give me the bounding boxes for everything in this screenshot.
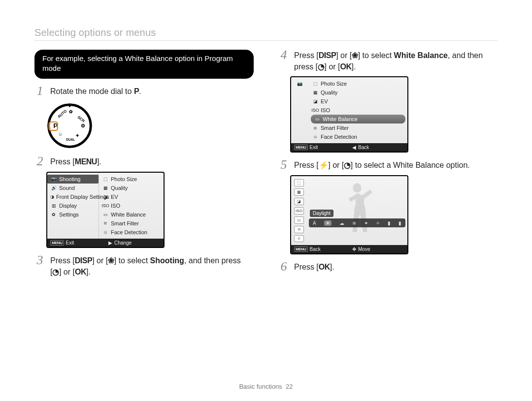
wb-selected-label: Daylight <box>310 210 333 217</box>
mode-p-glyph: P <box>134 87 139 95</box>
wb-side-icon: ISO <box>294 207 304 215</box>
foot-text: Exit <box>310 145 318 150</box>
menu-item-row: ▦Quality <box>309 88 407 97</box>
menu-category-row: ✿Settings <box>47 210 99 219</box>
timer-icon: ◔ <box>344 161 351 169</box>
foot-text: Change <box>114 240 132 246</box>
ok-glyph: OK <box>75 268 86 276</box>
text: . <box>139 87 141 95</box>
camera-icon: 📷 <box>293 79 307 88</box>
step-6: 6 Press [OK]. <box>278 261 498 273</box>
step-number: 5 <box>278 158 289 171</box>
menu-item-row: ☺Face Detection <box>99 228 164 237</box>
t: Press [ <box>50 256 75 265</box>
text: Rotate the mode dial to <box>50 87 134 95</box>
wb-side-icon: ☺ <box>294 235 304 243</box>
lcd-foot-right: ▶ Change <box>105 239 164 247</box>
menu-category-row: ◑Front Display Settings <box>47 192 99 201</box>
header-divider <box>34 40 498 41</box>
menu-tag: MENU <box>50 240 64 246</box>
foot-text: Exit <box>66 240 74 246</box>
lcd-menu-shooting: 📷Shooting🔊Sound◑Front Display Settings▥D… <box>46 172 165 248</box>
svg-text:✦: ✦ <box>75 133 79 138</box>
menu-category-row: 🔊Sound <box>47 184 99 192</box>
bold-target: Shooting <box>150 256 184 265</box>
lcd-foot-right: ◀ Back <box>349 143 407 152</box>
footer-section: Basic functions <box>239 383 282 390</box>
disp-glyph: DISP <box>75 256 92 265</box>
step-number: 6 <box>278 260 289 273</box>
bold-target: White Balance <box>394 51 448 60</box>
footer-page-number: 22 <box>286 383 293 390</box>
t: ] to select a White Balance option. <box>351 161 470 169</box>
menu-item-row: ⧈Smart Filter <box>309 123 407 132</box>
macro-icon: ❀ <box>108 256 114 265</box>
step-2: 2 Press [MENU]. <box>34 156 254 168</box>
t: ] or [ <box>92 256 108 265</box>
menu-item-row: ◪EV <box>99 192 164 201</box>
step-number: 2 <box>34 155 45 168</box>
menu-tag: MENU <box>294 247 308 252</box>
step-number: 4 <box>278 49 289 62</box>
menu-item-row: ▭White Balance <box>99 210 164 219</box>
svg-text:DUAL: DUAL <box>66 137 75 141</box>
text: ]. <box>97 157 101 166</box>
step-text: Press [OK]. <box>294 261 334 273</box>
disp-glyph: DISP <box>319 51 336 60</box>
flash-icon: ⚡ <box>319 161 329 169</box>
t: ] or [ <box>336 51 352 60</box>
t: ]. <box>86 268 91 276</box>
step-text: Press [MENU]. <box>50 156 101 167</box>
step-number: 1 <box>34 85 45 97</box>
ok-glyph: OK <box>340 62 352 71</box>
step-text: Press [DISP] or [❀] to select White Bala… <box>294 50 498 72</box>
step-text: Press [DISP] or [❀] to select Shooting, … <box>50 255 254 278</box>
page-section-title: Selecting options or menus <box>34 27 498 38</box>
timer-icon: ◔ <box>52 268 59 276</box>
macro-icon: ❀ <box>352 51 358 60</box>
foot-text: Back <box>310 247 321 252</box>
menu-glyph: MENU <box>75 157 97 166</box>
example-callout: For example, selecting a White Balance o… <box>34 50 254 79</box>
wb-side-icon: ⬚ <box>294 179 304 186</box>
menu-item-row: ⬚Photo Size <box>99 175 164 184</box>
t: ] or [ <box>328 161 344 169</box>
svg-text:☺: ☺ <box>58 131 63 137</box>
wb-side-icon: ▦ <box>294 188 304 196</box>
t: Press [ <box>294 51 319 60</box>
t: ]. <box>330 263 334 271</box>
foot-text: Back <box>358 145 369 150</box>
menu-item-row: ☺Face Detection <box>309 132 407 141</box>
menu-tag: MENU <box>294 145 308 150</box>
left-column: For example, selecting a White Balance o… <box>34 50 254 280</box>
wb-option-icon: ▮ <box>399 220 401 226</box>
menu-item-row: ISOISO <box>99 201 164 210</box>
lcd-white-balance-select: ⬚▦◪ISO▭⧈☺ Daylight A☀☁≋✦✧▮▮ MENU Back ✥ … <box>290 175 408 254</box>
ok-glyph: OK <box>319 263 330 271</box>
lcd-foot-right: ✥ Move <box>349 245 407 253</box>
foot-text: Move <box>358 247 370 252</box>
menu-item-row: ISOISO <box>309 106 407 115</box>
menu-category-row: ▥Display <box>47 201 99 210</box>
menu-item-row: ◪EV <box>309 97 407 106</box>
mode-dial-illustration: P AUTO ✿ SCN ⚙ ✦ DUAL ☺ <box>46 102 254 151</box>
wb-side-icon: ▭ <box>294 216 304 224</box>
text: Press [ <box>50 157 75 166</box>
right-column: 4 Press [DISP] or [❀] to select White Ba… <box>278 50 498 280</box>
wb-side-icon: ⧈ <box>294 226 304 233</box>
wb-option-icon: ✧ <box>376 220 380 226</box>
t: ] or [ <box>325 62 340 71</box>
arrow-icon: ◀ <box>352 145 356 150</box>
svg-text:⚙: ⚙ <box>81 123 85 128</box>
wb-option-icon: ☀ <box>324 220 332 226</box>
menu-item-row-selected: ▭White Balance <box>311 115 405 123</box>
timer-icon: ◔ <box>318 62 325 71</box>
lcd-foot-left: MENU Back <box>291 245 349 253</box>
t: Press [ <box>294 161 319 169</box>
step-1: 1 Rotate the mode dial to P. <box>34 86 254 97</box>
menu-item-row: ▦Quality <box>99 184 164 192</box>
step-3: 3 Press [DISP] or [❀] to select Shooting… <box>34 255 254 278</box>
wb-option-icon: ▮ <box>388 220 391 226</box>
menu-item-row: ⧈Smart Filter <box>99 219 164 228</box>
t: ] or [ <box>59 268 75 276</box>
